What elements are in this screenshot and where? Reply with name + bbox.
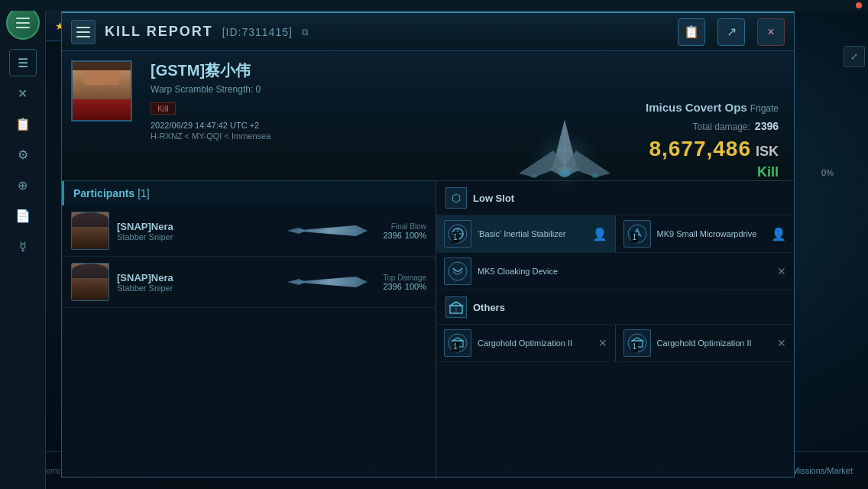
- low-slot-items: 1 'Basic' Inertial Stabilizer 👤: [436, 215, 794, 253]
- status-dot: [856, 2, 862, 8]
- fit-panel: ⬡ Low Slot 1: [436, 181, 794, 479]
- participant-info: [SNAP]Nera Stabber Sniper: [117, 272, 276, 293]
- export-button[interactable]: ↗: [717, 18, 745, 46]
- pilot-warp: Warp Scramble Strength: 0: [151, 84, 785, 95]
- ship-type: Frigate: [750, 103, 779, 114]
- stat-percent: 100%: [405, 282, 426, 291]
- kill-info-section: [GSTM]蔡小伟 Warp Scramble Strength: 0 Kill…: [62, 51, 794, 181]
- dialog-id: [ID:7311415]: [222, 26, 293, 38]
- top-bar: [0, 0, 868, 11]
- participant-name: [SNAP]Nera: [117, 272, 276, 283]
- fit-item-mwd[interactable]: 1 MK9 Small Microwarpdrive 👤: [616, 215, 795, 253]
- participant-ship: Stabber Sniper: [117, 232, 276, 241]
- bottom-section: Participants [1] [SNAP]Nera Stabber Snip…: [62, 181, 794, 479]
- participants-title: Participants: [73, 187, 134, 199]
- kill-report-dialog: KILL REPORT [ID:7311415] ⧉ 📋 ↗ × [GSTM]蔡…: [61, 11, 795, 478]
- item-count: 1: [452, 342, 459, 352]
- participant-stats: Top Damage 2396 100%: [383, 274, 426, 291]
- svg-point-6: [530, 173, 538, 178]
- avatar-face: [72, 264, 108, 300]
- stat-damage: 2396: [383, 231, 401, 240]
- item-name-cargo2: Cargohold Optimization II: [657, 338, 752, 348]
- fit-item-cargo2[interactable]: 1 Cargohold Optimization II ✕: [616, 325, 795, 362]
- damage-value: 2396: [755, 120, 779, 132]
- dialog-menu-button[interactable]: [71, 20, 96, 44]
- avatar-hood: [72, 212, 108, 227]
- item-name-mwd: MK9 Small Microwarpdrive: [657, 228, 757, 239]
- participant-info: [SNAP]Nera Stabber Sniper: [117, 221, 276, 241]
- isk-value: 8,677,486: [649, 137, 751, 161]
- others-icon: [445, 296, 467, 318]
- person-icon: 👤: [771, 227, 786, 241]
- ship-class: Imicus Covert Ops: [646, 101, 747, 114]
- low-slot-icon: ⬡: [445, 187, 467, 209]
- sidebar-item-feed[interactable]: ☰: [9, 49, 37, 76]
- pilot-portrait: [71, 60, 132, 121]
- participant-weapon: [283, 219, 375, 242]
- sidebar: ☰ ✕ 📋 ⚙ ⊕ 📄 ☿: [0, 0, 46, 489]
- fit-item-cargo1[interactable]: 1 Cargohold Optimization II ✕: [436, 325, 616, 362]
- dialog-header: KILL REPORT [ID:7311415] ⧉ 📋 ↗ ×: [62, 13, 794, 51]
- clipboard-button[interactable]: 📋: [678, 18, 705, 46]
- weapon-icon: [287, 222, 371, 241]
- stat-label: Final Blow: [383, 222, 426, 231]
- dialog-title: KILL REPORT: [105, 24, 213, 40]
- portrait-uniform: [73, 99, 131, 120]
- close-button[interactable]: ×: [757, 18, 785, 46]
- others-header: Others: [436, 290, 794, 325]
- others-box-icon: [449, 300, 464, 315]
- right-expand-button[interactable]: ⤢: [844, 46, 865, 67]
- weapon-icon: [287, 273, 371, 292]
- copy-id-icon[interactable]: ⧉: [302, 27, 309, 37]
- item-count: 1: [452, 232, 459, 243]
- sidebar-item-document[interactable]: 📄: [9, 202, 37, 229]
- close-icon[interactable]: ✕: [777, 265, 786, 277]
- item-name-cargo1: Cargohold Optimization II: [478, 338, 572, 348]
- pilot-name: [GSTM]蔡小伟: [151, 60, 785, 81]
- kill-badge: Kill: [151, 102, 176, 115]
- isk-label: ISK: [756, 144, 779, 160]
- svg-point-7: [591, 173, 599, 178]
- damage-label: Total damage:: [692, 121, 750, 132]
- participant-stats: Final Blow 2396 100%: [383, 222, 426, 240]
- item-icon-cloak: [444, 257, 471, 285]
- participant-name: [SNAP]Nera: [117, 221, 276, 232]
- item-name-inertial: 'Basic' Inertial Stabilizer: [478, 228, 565, 239]
- sidebar-item-special[interactable]: ☿: [9, 232, 37, 260]
- fit-item-inertial[interactable]: 1 'Basic' Inertial Stabilizer 👤: [436, 215, 616, 253]
- pct-display: 0%: [821, 168, 834, 177]
- ship-info-panel: Imicus Covert Ops Frigate Total damage: …: [641, 101, 779, 180]
- avatar-face: [72, 212, 108, 249]
- item-count: 1: [631, 232, 639, 243]
- portrait-face: [73, 62, 131, 120]
- kill-result: Kill: [641, 164, 779, 180]
- close-icon[interactable]: ✕: [777, 337, 786, 349]
- item-name-cloak: MK5 Cloaking Device: [478, 266, 558, 277]
- close-icon[interactable]: ✕: [598, 337, 607, 349]
- fit-item-cloak[interactable]: MK5 Cloaking Device ✕: [436, 253, 794, 290]
- svg-marker-11: [287, 228, 306, 234]
- svg-marker-14: [287, 279, 306, 285]
- stat-damage: 2396: [383, 282, 401, 291]
- dialog-hamburger-icon: [76, 27, 90, 37]
- right-panel-buttons: ⤢: [844, 46, 865, 67]
- participants-count: [1]: [138, 187, 150, 199]
- hamburger-icon: [16, 18, 30, 28]
- participant-weapon: [283, 270, 375, 293]
- ship-display: [488, 97, 641, 219]
- sidebar-item-settings[interactable]: ⚙: [9, 141, 37, 168]
- sidebar-item-link[interactable]: ⊕: [9, 171, 37, 199]
- avatar-hood: [72, 264, 108, 278]
- list-item: [SNAP]Nera Stabber Sniper Top Damage 239…: [62, 257, 436, 308]
- list-item: [SNAP]Nera Stabber Sniper: [62, 206, 436, 257]
- avatar: [71, 212, 109, 250]
- cloak-icon: [447, 261, 468, 282]
- sidebar-item-close[interactable]: ✕: [9, 79, 37, 107]
- avatar: [71, 263, 109, 301]
- sidebar-item-clipboard[interactable]: 📋: [9, 110, 37, 138]
- cloaking-row: MK5 Cloaking Device ✕: [436, 253, 794, 290]
- svg-point-5: [559, 170, 571, 177]
- participant-ship: Stabber Sniper: [117, 283, 276, 293]
- sidebar-menu-button[interactable]: [6, 6, 40, 40]
- ship-silhouette: [504, 105, 626, 212]
